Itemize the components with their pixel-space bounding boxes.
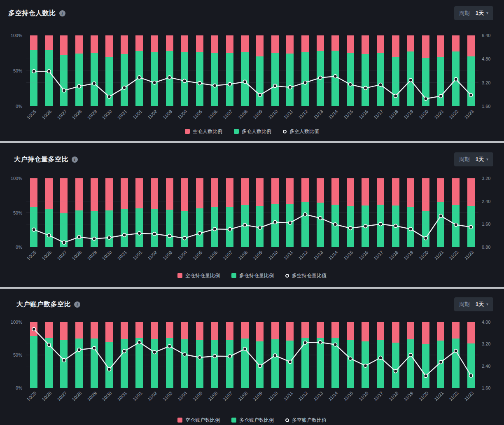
x-axis-label: 10/27	[56, 250, 68, 261]
ratio-dot	[213, 355, 216, 358]
x-axis-label: 11/12	[297, 390, 308, 402]
left-axis-tick: 0%	[16, 385, 22, 390]
chart-panel-top-trader-account-ratio: 大户账户数多空比 i 周期 1天 ▾ 100%50%0% 4.003.202.4…	[0, 289, 504, 425]
panel-header: 大户账户数多空比 i 周期 1天 ▾	[0, 297, 504, 312]
ratio-dot	[364, 224, 367, 228]
legend-label: 多空账户数比值	[292, 417, 327, 424]
ratio-dot	[439, 214, 442, 217]
ratio-dot	[243, 80, 247, 83]
legend-item-long[interactable]: 多仓持仓量比例	[231, 272, 274, 279]
ratio-dot	[32, 228, 35, 231]
legend-item-ratio-line[interactable]: 多空人数比值	[283, 128, 319, 135]
ratio-dot	[32, 70, 35, 73]
legend-item-long[interactable]: 多仓账户数比例	[231, 417, 274, 424]
x-axis-label: 11/21	[433, 250, 444, 261]
ratio-dot	[123, 234, 126, 237]
plot-area[interactable]	[26, 35, 478, 106]
period-control[interactable]: 周期 1天 ▾	[454, 152, 493, 166]
x-axis-label: 11/17	[373, 390, 384, 402]
legend-label: 空仓账户数比例	[185, 417, 220, 424]
info-icon[interactable]: i	[74, 301, 80, 308]
ratio-dot	[168, 76, 171, 79]
ratio-dot	[153, 350, 156, 354]
left-axis-tick: 0%	[16, 104, 22, 109]
x-axis-label: 10/31	[116, 109, 128, 120]
ratio-line-layer	[26, 178, 478, 247]
ratio-dot	[138, 231, 141, 235]
ratio-dot	[319, 76, 322, 79]
x-axis: 10/2510/2610/2710/2810/2910/3010/3111/01…	[26, 247, 478, 265]
ratio-dot	[439, 94, 442, 98]
legend: 空仓人数比例多仓人数比例多空人数比值	[0, 127, 504, 136]
x-axis-label: 10/28	[71, 390, 83, 402]
x-axis-label: 11/02	[147, 390, 158, 402]
ratio-dot	[93, 346, 96, 350]
right-axis-tick: 3.20	[482, 176, 490, 181]
x-axis-label: 11/06	[207, 109, 218, 120]
ratio-dot	[409, 227, 412, 231]
legend-label: 多仓持仓量比例	[239, 272, 274, 279]
legend-item-short[interactable]: 空仓持仓量比例	[177, 272, 220, 279]
legend: 空仓账户数比例多仓账户数比例多空账户数比值	[0, 416, 504, 425]
legend-label: 多空人数比值	[289, 128, 319, 135]
x-axis-label: 11/17	[373, 109, 384, 120]
info-icon[interactable]: i	[59, 10, 65, 16]
ratio-dot	[334, 343, 337, 346]
ratio-dot	[409, 78, 412, 82]
x-axis-label: 11/16	[358, 109, 369, 120]
x-axis-label: 11/12	[297, 250, 308, 261]
legend-label: 空仓持仓量比例	[185, 272, 220, 279]
x-axis: 10/2510/2610/2710/2810/2910/3010/3111/01…	[26, 388, 478, 406]
x-axis-label: 11/11	[282, 109, 294, 120]
legend-item-short[interactable]: 空仓人数比例	[185, 128, 222, 135]
right-axis-tick: 1.60	[482, 222, 490, 227]
x-axis-label: 11/21	[433, 390, 444, 402]
x-axis-label: 11/17	[373, 250, 384, 261]
x-axis-label: 10/26	[41, 390, 52, 402]
plot-area[interactable]	[26, 178, 478, 247]
period-control[interactable]: 周期 1天 ▾	[454, 6, 493, 20]
legend-label: 多仓账户数比例	[239, 417, 274, 424]
x-axis: 10/2510/2610/2710/2810/2910/3010/3111/01…	[26, 106, 478, 124]
x-axis-label: 11/06	[207, 250, 218, 261]
panel-header: 多空持仓人数比 i 周期 1天 ▾	[0, 6, 504, 21]
legend-square-icon	[177, 418, 182, 423]
left-axis-tick: 50%	[13, 68, 22, 73]
x-axis-label: 11/03	[162, 109, 173, 120]
ratio-dot	[394, 224, 397, 227]
x-axis-label: 11/20	[418, 109, 429, 120]
legend-item-short[interactable]: 空仓账户数比例	[177, 417, 220, 424]
x-axis-label: 10/30	[101, 250, 113, 261]
legend-square-icon	[231, 418, 236, 423]
ratio-dot	[454, 349, 457, 353]
right-axis-tick: 4.00	[482, 320, 490, 325]
legend-item-ratio-line[interactable]: 多空账户数比值	[285, 417, 327, 424]
ratio-dot	[77, 235, 81, 238]
legend-item-ratio-line[interactable]: 多空持仓量比值	[285, 272, 327, 279]
period-label: 周期	[459, 301, 470, 308]
ratio-dot	[469, 93, 473, 97]
x-axis-label: 10/29	[86, 390, 98, 402]
ratio-dot	[454, 77, 457, 81]
x-axis-label: 11/08	[237, 109, 248, 120]
x-axis-label: 11/14	[327, 250, 338, 261]
legend-circle-icon	[285, 418, 289, 422]
x-axis-label: 10/27	[56, 390, 68, 402]
chart-title: 多空持仓人数比	[8, 9, 56, 18]
plot-area[interactable]	[26, 322, 478, 388]
right-axis-tick: 2.40	[482, 199, 490, 204]
legend-item-long[interactable]: 多仓人数比例	[234, 128, 271, 135]
x-axis-label: 11/16	[358, 250, 369, 261]
legend-circle-icon	[283, 130, 287, 133]
left-axis-tick: 100%	[11, 33, 22, 38]
ratio-line	[34, 215, 471, 243]
y-axis-left: 100%50%0%	[0, 35, 26, 106]
x-axis-label: 11/07	[222, 390, 233, 402]
ratio-dot	[228, 82, 231, 86]
chart-panel-position-people-ratio: 多空持仓人数比 i 周期 1天 ▾ 100%50%0% 6.404.803.20…	[0, 0, 504, 141]
period-control[interactable]: 周期 1天 ▾	[454, 297, 493, 311]
ratio-line	[34, 329, 471, 376]
info-icon[interactable]: i	[72, 156, 78, 163]
x-axis-label: 11/06	[207, 390, 218, 402]
ratio-dot	[273, 84, 277, 87]
